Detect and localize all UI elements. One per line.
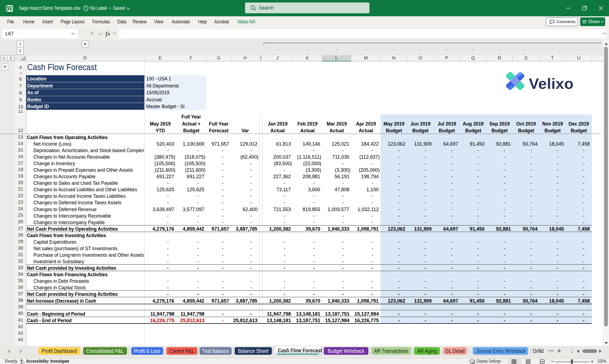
svg-text:?: ? xyxy=(85,7,87,10)
svg-text:X: X xyxy=(6,7,9,11)
svg-text:Velixo: Velixo xyxy=(529,75,574,92)
